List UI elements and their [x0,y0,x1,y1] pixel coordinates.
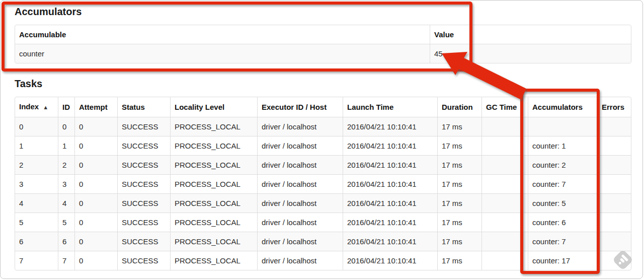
table-row: 110SUCCESSPROCESS_LOCALdriver / localhos… [15,136,631,155]
cell-attempt: 0 [74,251,117,270]
cell-launch-time: 2016/04/21 10:10:41 [343,136,437,155]
cell-locality-level: PROCESS_LOCAL [170,193,257,213]
column-header-duration[interactable]: Duration [437,97,481,117]
cell-launch-time: 2016/04/21 10:10:41 [343,155,437,174]
cell-accumulable: counter [15,44,430,63]
column-header-id[interactable]: ID [58,97,74,117]
cell-errors [597,117,631,136]
cell-accumulators: counter: 6 [528,213,597,232]
cell-duration: 17 ms [437,193,481,213]
cell-gc-time [481,155,528,174]
cell-duration: 17 ms [437,155,481,174]
cell-accumulators: counter: 1 [528,136,597,155]
column-header-label: Duration [442,103,473,111]
cell-locality-level: PROCESS_LOCAL [170,213,257,232]
cell-locality-level: PROCESS_LOCAL [170,155,257,174]
table-row: 440SUCCESSPROCESS_LOCALdriver / localhos… [15,193,631,213]
cell-status: SUCCESS [117,155,170,174]
table-row: 660SUCCESSPROCESS_LOCALdriver / localhos… [15,232,631,251]
accumulators-table-body: counter45 [15,44,631,63]
cell-id: 2 [58,155,74,174]
column-header-index[interactable]: Index▲ [15,97,58,117]
header-row: Index▲IDAttemptStatusLocality LevelExecu… [15,97,631,117]
cell-status: SUCCESS [117,213,170,232]
cell-executor-id-host: driver / localhost [257,117,343,136]
cell-id: 0 [58,117,74,136]
column-header-status[interactable]: Status [117,97,170,117]
cell-launch-time: 2016/04/21 10:10:41 [343,251,437,270]
cell-errors [597,232,631,251]
cell-duration: 17 ms [437,232,481,251]
cell-executor-id-host: driver / localhost [257,213,343,232]
column-header-executor-id-host[interactable]: Executor ID / Host [257,97,343,117]
cell-attempt: 0 [74,155,117,174]
column-header-label: Accumulable [19,30,66,39]
sort-ascending-icon: ▲ [43,104,48,110]
column-header-launch-time[interactable]: Launch Time [343,97,437,117]
cell-duration: 17 ms [437,174,481,193]
tasks-table-body: 000SUCCESSPROCESS_LOCALdriver / localhos… [15,117,631,270]
tasks-section-title: Tasks [15,78,642,90]
cell-duration: 17 ms [437,117,481,136]
cell-gc-time [481,136,528,155]
page-frame: Accumulators AccumulableValue counter45 … [0,0,643,279]
column-header-label: Attempt [79,103,108,111]
cell-accumulators: counter: 5 [528,193,597,213]
cell-locality-level: PROCESS_LOCAL [170,251,257,270]
cell-status: SUCCESS [117,251,170,270]
cell-value: 45 [430,44,631,63]
column-header-value[interactable]: Value [430,25,631,44]
tasks-table: Index▲IDAttemptStatusLocality LevelExecu… [15,97,631,270]
cell-attempt: 0 [74,213,117,232]
cell-accumulators [528,117,597,136]
column-header-label: GC Time [486,103,517,111]
cell-attempt: 0 [74,136,117,155]
cell-errors [597,251,631,270]
cell-executor-id-host: driver / localhost [257,136,343,155]
tasks-table-header: Index▲IDAttemptStatusLocality LevelExecu… [15,97,631,117]
cell-status: SUCCESS [117,174,170,193]
column-header-label: Value [434,30,454,39]
cell-gc-time [481,232,528,251]
column-header-label: Launch Time [347,103,393,111]
cell-errors [597,155,631,174]
cell-launch-time: 2016/04/21 10:10:41 [343,174,437,193]
cell-duration: 17 ms [437,251,481,270]
cell-index: 2 [15,155,58,174]
column-header-errors[interactable]: Errors [597,97,631,117]
table-row: 770SUCCESSPROCESS_LOCALdriver / localhos… [15,251,631,270]
column-header-attempt[interactable]: Attempt [74,97,117,117]
cell-id: 3 [58,174,74,193]
column-header-label: Index [19,102,39,111]
table-row: counter45 [15,44,631,63]
cell-index: 7 [15,251,58,270]
column-header-label: Executor ID / Host [262,103,327,111]
cell-attempt: 0 [74,193,117,213]
column-header-label: Errors [602,103,624,111]
cell-id: 5 [58,213,74,232]
cell-gc-time [481,117,528,136]
column-header-accumulators[interactable]: Accumulators [528,97,597,117]
cell-errors [597,136,631,155]
cell-accumulators: counter: 7 [528,174,597,193]
column-header-locality-level[interactable]: Locality Level [170,97,257,117]
cell-status: SUCCESS [117,193,170,213]
cell-attempt: 0 [74,174,117,193]
table-row: 000SUCCESSPROCESS_LOCALdriver / localhos… [15,117,631,136]
cell-locality-level: PROCESS_LOCAL [170,232,257,251]
column-header-label: Accumulators [532,103,583,111]
cell-launch-time: 2016/04/21 10:10:41 [343,193,437,213]
cell-locality-level: PROCESS_LOCAL [170,136,257,155]
column-header-label: ID [62,103,70,111]
column-header-accumulable[interactable]: Accumulable [15,25,430,44]
accumulators-table-header: AccumulableValue [15,25,631,44]
column-header-gc-time[interactable]: GC Time [481,97,528,117]
cell-gc-time [481,174,528,193]
cell-gc-time [481,193,528,213]
cell-locality-level: PROCESS_LOCAL [170,117,257,136]
cell-executor-id-host: driver / localhost [257,251,343,270]
cell-status: SUCCESS [117,117,170,136]
cell-launch-time: 2016/04/21 10:10:41 [343,232,437,251]
header-row: AccumulableValue [15,25,631,44]
cell-accumulators: counter: 2 [528,155,597,174]
